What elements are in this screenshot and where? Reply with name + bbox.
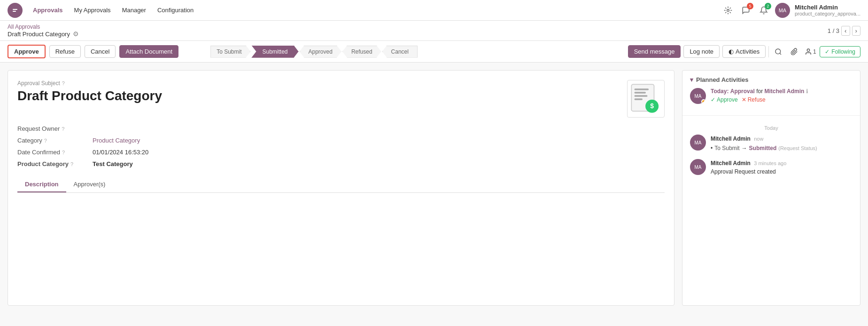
breadcrumb-title: Draft Product Category	[8, 31, 70, 38]
pipeline-step-submitted[interactable]: Submitted	[251, 46, 298, 58]
pagination-label: 1 / 3	[828, 27, 839, 34]
main-content: Approval Subject ? Draft Product Categor…	[0, 63, 868, 313]
pagination-prev[interactable]: ‹	[841, 26, 850, 36]
log-note-button[interactable]: Log note	[683, 45, 720, 58]
following-button[interactable]: ✓ Following	[820, 46, 860, 57]
category-label: Category ?	[17, 137, 93, 144]
debug-icon[interactable]	[721, 4, 735, 17]
svg-rect-11	[635, 98, 643, 100]
topnav-right: 5 2 MA Mitchell Admin product_category_a…	[721, 3, 860, 18]
separator	[768, 46, 769, 57]
pipeline-step-approved[interactable]: Approved	[300, 46, 341, 58]
attach-icon[interactable]	[788, 45, 801, 58]
category-value[interactable]: Product Category	[93, 137, 140, 144]
tab-content	[17, 193, 665, 240]
settings-icon[interactable]: ⚙	[73, 30, 79, 38]
chatter-entry-1: MA Mitchell Admin now • To Submit → Subm…	[690, 135, 852, 152]
checkmark-icon: ✓	[711, 96, 715, 103]
tab-approvers[interactable]: Approver(s)	[66, 177, 113, 192]
info-icon[interactable]: ℹ	[806, 88, 808, 95]
approval-subject-label: Approval Subject ?	[17, 80, 162, 87]
svg-rect-1	[13, 9, 17, 10]
send-message-button[interactable]: Send message	[628, 45, 681, 58]
request-owner-help[interactable]: ?	[62, 126, 64, 132]
nav-configuration[interactable]: Configuration	[153, 4, 198, 16]
arrow-icon: →	[742, 144, 747, 152]
chatter-avatar-1: MA	[690, 135, 706, 151]
pipeline-step-refused[interactable]: Refused	[342, 46, 381, 58]
category-help[interactable]: ?	[44, 138, 47, 143]
svg-rect-10	[635, 95, 648, 97]
status-change-1: • To Submit → Submitted (Request Status)	[711, 144, 817, 152]
date-confirmed-label: Date Confirmed ?	[17, 149, 93, 156]
breadcrumb-parent[interactable]: All Approvals	[8, 24, 79, 30]
refuse-button[interactable]: Refuse	[49, 45, 81, 58]
user-avatar[interactable]: MA	[775, 3, 790, 18]
topnav: Approvals My Approvals Manager Configura…	[0, 0, 868, 21]
activities-button[interactable]: ◐ Activities	[722, 45, 766, 58]
user-info[interactable]: Mitchell Admin product_category_approva.…	[795, 4, 860, 16]
user-subtitle: product_category_approva...	[795, 11, 860, 16]
breadcrumb-current: Draft Product Category ⚙	[8, 30, 79, 38]
nav-manager[interactable]: Manager	[117, 4, 151, 16]
tab-description[interactable]: Description	[17, 177, 66, 192]
alerts-badge: 2	[765, 3, 771, 9]
check-icon: ✓	[825, 48, 829, 55]
approve-button[interactable]: Approve	[8, 45, 46, 58]
pagination: 1 / 3 ‹ ›	[828, 26, 860, 36]
svg-rect-9	[635, 92, 646, 94]
app-logo	[8, 3, 23, 18]
activity-refuse-button[interactable]: ✕ Refuse	[742, 96, 766, 103]
field-row-product-category: Product Category ? Test Category	[17, 160, 665, 167]
clock-icon: ◐	[728, 48, 734, 55]
request-owner-label: Request Owner ?	[17, 125, 93, 132]
activity-status-dot	[701, 99, 706, 104]
svg-rect-2	[13, 11, 16, 12]
form-panel: Approval Subject ? Draft Product Categor…	[8, 70, 674, 306]
activity-approve-button[interactable]: ✓ Approve	[711, 96, 738, 103]
product-category-value: Test Category	[93, 160, 133, 167]
action-right: Send message Log note ◐ Activities 1 ✓ F…	[628, 45, 860, 58]
product-category-help[interactable]: ?	[70, 161, 73, 167]
topnav-menu: Approvals My Approvals Manager Configura…	[28, 4, 721, 16]
nav-approvals[interactable]: Approvals	[28, 4, 68, 16]
svg-point-0	[11, 6, 19, 15]
product-category-label: Product Category ?	[17, 160, 93, 167]
form-title: Draft Product Category	[17, 88, 162, 103]
date-confirmed-value: 01/01/2024 16:53:20	[93, 149, 148, 156]
field-row-category: Category ? Product Category	[17, 137, 665, 144]
activity-avatar: MA	[690, 88, 706, 104]
status-pipeline: To Submit Submitted Approved Refused Can…	[210, 46, 624, 58]
pagination-next[interactable]: ›	[852, 26, 860, 36]
chatter-avatar-2: MA	[690, 159, 706, 175]
svg-rect-8	[635, 88, 649, 90]
right-panel: ▾ Planned Activities MA Today: Approval …	[682, 70, 860, 306]
pipeline-step-cancel[interactable]: Cancel	[382, 46, 418, 58]
messages-icon[interactable]: 5	[739, 4, 752, 17]
nav-my-approvals[interactable]: My Approvals	[70, 4, 116, 16]
chatter-date: Today	[690, 125, 852, 131]
triangle-icon: ▾	[690, 76, 693, 83]
svg-point-6	[807, 49, 809, 51]
planned-activities-title: ▾ Planned Activities	[690, 76, 852, 83]
subject-help-icon[interactable]: ?	[62, 80, 65, 86]
pipeline-step-to-submit[interactable]: To Submit	[210, 46, 250, 58]
date-help[interactable]: ?	[62, 150, 65, 155]
alerts-icon[interactable]: 2	[757, 4, 770, 17]
cancel-button[interactable]: Cancel	[85, 45, 116, 58]
form-header: Approval Subject ? Draft Product Categor…	[17, 80, 665, 118]
breadcrumb-bar: All Approvals Draft Product Category ⚙ 1…	[0, 21, 868, 41]
field-row-request-owner: Request Owner ?	[17, 125, 665, 132]
x-icon: ✕	[742, 96, 746, 103]
chatter-msg-1: Mitchell Admin now • To Submit → Submitt…	[711, 135, 817, 152]
username: Mitchell Admin	[795, 4, 860, 11]
activity-title: Today: Approval for Mitchell Admin ℹ	[711, 88, 852, 95]
chatter-msg-2: Mitchell Admin 3 minutes ago Approval Re…	[711, 159, 786, 176]
svg-point-3	[727, 9, 729, 11]
followers-icon[interactable]: 1	[804, 45, 817, 58]
approval-icon: $	[627, 80, 665, 118]
attach-document-button[interactable]: Attach Document	[119, 45, 178, 58]
svg-text:$: $	[650, 102, 654, 110]
search-icon[interactable]	[772, 45, 785, 58]
chatter-section: Today MA Mitchell Admin now • To Submit …	[682, 116, 860, 188]
